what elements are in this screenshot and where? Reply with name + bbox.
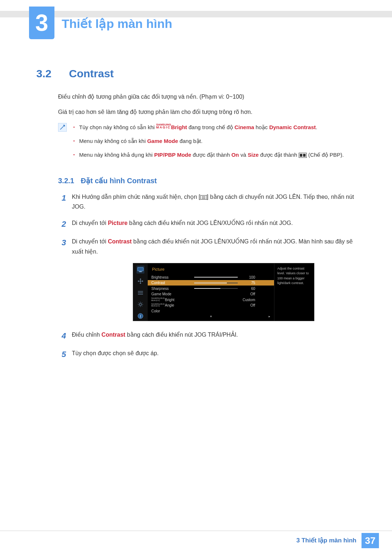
step-4: 4 Điều chỉnh Contrast bằng cách điều khi… bbox=[58, 330, 359, 342]
svg-rect-1 bbox=[139, 271, 142, 272]
step-2: 2 Di chuyển tới Picture bằng cách điều k… bbox=[58, 218, 359, 230]
steps-list: 1 Khi Hướng dẫn phím chức năng xuất hiện… bbox=[58, 192, 359, 360]
chapter-title: Thiết lập màn hình bbox=[62, 15, 172, 33]
subsection-number: 3.2.1 bbox=[58, 175, 74, 186]
note-item-2: Menu này không có sẵn khi Game Mode đang… bbox=[73, 137, 359, 145]
note-list: Tùy chọn này không có sẵn khi SAMSUNGMAG… bbox=[73, 123, 359, 164]
note-icon bbox=[58, 123, 67, 132]
svg-rect-0 bbox=[138, 267, 143, 271]
step-5: 5 Tùy chọn được chọn sẽ được áp. bbox=[58, 348, 359, 360]
step-number: 2 bbox=[58, 218, 66, 230]
top-stripe bbox=[0, 11, 392, 17]
footer-divider bbox=[0, 530, 392, 531]
osd-left-icons: i bbox=[133, 263, 148, 321]
osd-heading: Picture bbox=[152, 266, 270, 272]
osd-arrow-right-icon: ▸ bbox=[269, 314, 270, 319]
subsection-title: Đặt cấu hình Contrast bbox=[81, 175, 157, 186]
osd-row-gamemode: Game Mode Off bbox=[151, 291, 270, 297]
svg-text:i: i bbox=[140, 314, 141, 318]
osd-row-magicbright: SAMSUNGMAGICBright Custom bbox=[151, 297, 270, 303]
osd-row-color: Color bbox=[151, 308, 270, 314]
osd-icon-move bbox=[136, 277, 144, 285]
note-item-1: Tùy chọn này không có sẵn khi SAMSUNGMAG… bbox=[73, 123, 359, 132]
note-block: Tùy chọn này không có sẵn khi SAMSUNGMAG… bbox=[58, 123, 359, 164]
footer-chapter: 3 Thiết lập màn hình bbox=[297, 536, 356, 545]
chapter-number-badge: 3 bbox=[29, 7, 54, 39]
step-number: 5 bbox=[58, 348, 66, 360]
osd-arrow-down-icon: ▾ bbox=[151, 314, 270, 319]
page-footer: 3 Thiết lập màn hình 37 bbox=[0, 534, 392, 547]
step-number: 3 bbox=[58, 237, 66, 256]
osd-row-sharpness: Sharpness 60 bbox=[151, 286, 270, 291]
step-number: 4 bbox=[58, 330, 66, 342]
osd-help-panel: Adjust the contrast level. Values closer… bbox=[274, 263, 314, 321]
osd-icon-list bbox=[136, 289, 144, 297]
osd-menu: Picture Brightness 100 Contrast 75 Sharp… bbox=[148, 263, 274, 321]
osd-row-brightness: Brightness 100 bbox=[151, 274, 270, 280]
osd-icon-gear bbox=[136, 300, 144, 308]
intro-para-2: Giá trị cao hơn sẽ làm tăng độ tương phả… bbox=[58, 108, 359, 116]
step-1: 1 Khi Hướng dẫn phím chức năng xuất hiện… bbox=[58, 192, 359, 212]
osd-screenshot: i Picture Brightness 100 Contrast 75 bbox=[133, 263, 359, 321]
svg-point-5 bbox=[139, 303, 142, 305]
section-number: 3.2 bbox=[36, 65, 58, 82]
subsection-header: 3.2.1 Đặt cấu hình Contrast bbox=[58, 175, 359, 186]
osd-icon-info: i bbox=[136, 312, 144, 320]
footer-page-number: 37 bbox=[362, 533, 379, 548]
step-3: 3 Di chuyển tới Contrast bằng cách điều … bbox=[58, 237, 359, 256]
osd-icon-picture bbox=[136, 266, 144, 274]
osd-row-contrast: Contrast 75 bbox=[148, 280, 274, 286]
pbp-mode-icon bbox=[299, 153, 307, 158]
section-header: 3.2 Contrast bbox=[36, 65, 359, 82]
page-content: 3.2 Contrast Điều chỉnh độ tương phản gi… bbox=[36, 65, 359, 367]
samsung-magic-logo: SAMSUNGMAGIC bbox=[156, 123, 171, 129]
section-title: Contrast bbox=[69, 65, 114, 82]
step-number: 1 bbox=[58, 192, 66, 212]
menu-icon bbox=[200, 195, 207, 200]
note-item-3: Menu này không khả dụng khi PIP/PBP Mode… bbox=[73, 151, 359, 159]
osd-row-magicangle: SAMSUNGMAGICAngle Off bbox=[151, 303, 270, 308]
intro-para-1: Điều chỉnh độ tương phản giữa các đối tư… bbox=[58, 93, 359, 101]
